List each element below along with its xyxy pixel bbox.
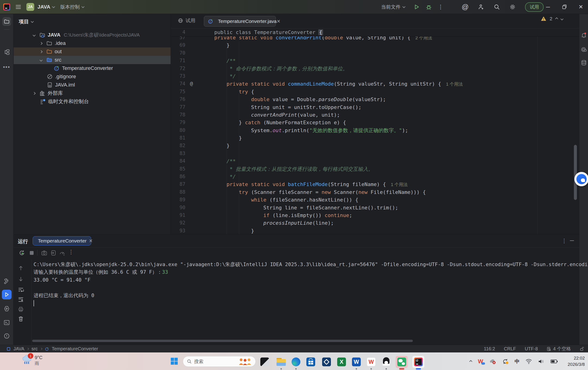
code-text[interactable]: * 批量文件模式：从指定文件逐行读取，每行格式同交互输入。 bbox=[214, 165, 373, 173]
line-ending[interactable]: CRLF bbox=[504, 346, 516, 351]
clear-all-trash-icon[interactable] bbox=[18, 316, 24, 322]
sync-icon[interactable] bbox=[502, 358, 509, 365]
volume-icon[interactable] bbox=[538, 359, 545, 364]
code-text[interactable]: String unit = unitStr.toUpperCase(); bbox=[214, 104, 361, 111]
code-line-90[interactable]: 90 String line = fileScanner.nextLine().… bbox=[171, 204, 579, 211]
code-line-78[interactable]: 78 convertAndPrint(value, unit); bbox=[171, 111, 579, 119]
code-text[interactable]: */ bbox=[214, 173, 236, 180]
code-text[interactable]: } bbox=[214, 134, 242, 142]
code-text[interactable]: /** bbox=[214, 57, 236, 64]
console-horizontal-scrollbar[interactable] bbox=[32, 340, 413, 342]
tree-item-临时文件和控制台[interactable]: 临时文件和控制台 bbox=[14, 97, 170, 106]
more-tools-button[interactable]: ••• bbox=[3, 64, 10, 70]
code-line-82[interactable]: 82 } bbox=[171, 142, 579, 149]
breadcrumb[interactable]: JAVA src TemperatureConverter bbox=[7, 345, 98, 353]
terminal-tool-button[interactable] bbox=[3, 319, 10, 326]
rerun-icon[interactable] bbox=[19, 250, 25, 256]
tree-item-java[interactable]: JAVAC:\Users\朱彦硕\IdeaProjects\JAVA bbox=[14, 31, 170, 39]
run-button-icon[interactable] bbox=[414, 4, 420, 10]
indent-widget[interactable]: 4 个空格 bbox=[546, 346, 571, 352]
code-text[interactable]: double value = Double.parseDouble(valueS… bbox=[214, 95, 386, 103]
tray-chevron-up-icon[interactable] bbox=[469, 360, 472, 363]
services-tool-button[interactable] bbox=[3, 306, 10, 312]
code-text[interactable]: * 命令行参数模式：两个参数，分别为数值和单位。 bbox=[214, 65, 348, 73]
unlocked-icon[interactable] bbox=[580, 346, 584, 351]
code-line-77[interactable]: 77 String unit = unitStr.toUpperCase(); bbox=[171, 104, 579, 111]
crumb-project[interactable]: JAVA bbox=[13, 346, 24, 351]
code-line-81[interactable]: 81 } bbox=[171, 134, 579, 142]
window-minimize-button[interactable]: ─ bbox=[545, 4, 551, 10]
code-text[interactable]: while (fileScanner.hasNextLine()) { bbox=[214, 196, 358, 204]
tree-chevron-icon[interactable] bbox=[40, 42, 42, 45]
stop-icon[interactable] bbox=[29, 250, 35, 256]
structure-tool-button[interactable] bbox=[3, 49, 10, 55]
code-line-80[interactable]: 80 System.out.println("无效的数值参数，请提供正确的数字。… bbox=[171, 127, 579, 134]
code-line-88[interactable]: 88 try (Scanner fileScanner = new Scanne… bbox=[171, 188, 579, 196]
ai-assistant-tool-button[interactable] bbox=[581, 46, 587, 53]
code-text[interactable]: if (line.isEmpty()) continue; bbox=[214, 211, 352, 219]
code-line-71[interactable]: 71 /** bbox=[171, 57, 579, 64]
main-menu-icon[interactable] bbox=[16, 4, 21, 10]
notifications-bell-icon[interactable] bbox=[581, 32, 587, 38]
run-panel-options-icon[interactable]: ⋮ bbox=[561, 238, 567, 244]
code-text[interactable]: try { bbox=[214, 88, 254, 95]
code-text[interactable]: System.out.println("无效的数值参数，请提供正确的数字。"); bbox=[214, 127, 408, 134]
tab-trial[interactable]: 试用 bbox=[178, 17, 195, 24]
build-tool-button[interactable] bbox=[3, 278, 10, 284]
tree-item-src[interactable]: src bbox=[14, 56, 170, 64]
weather-widget[interactable]: 1 9°C 雨 bbox=[21, 355, 42, 367]
taskbar-search[interactable]: 搜索 bbox=[183, 356, 256, 367]
code-text[interactable]: try (Scanner fileScanner = new Scanner(n… bbox=[214, 188, 426, 196]
taskbar-app-edge[interactable] bbox=[290, 356, 302, 368]
project-panel-title[interactable]: 项目 bbox=[19, 18, 33, 25]
prev-problem-icon[interactable] bbox=[555, 17, 558, 20]
taskbar-app-wechat[interactable] bbox=[396, 356, 408, 368]
run-tool-button[interactable] bbox=[2, 290, 11, 299]
console-more-icon[interactable]: ⋮ bbox=[68, 249, 74, 255]
code-text[interactable]: } bbox=[214, 142, 230, 149]
floating-assistant-button[interactable] bbox=[574, 172, 588, 186]
code-text[interactable]: } bbox=[214, 227, 254, 235]
add-user-icon[interactable] bbox=[478, 4, 484, 10]
taskbar-app-excel[interactable]: X bbox=[336, 356, 347, 368]
code-line-69[interactable]: 69 } bbox=[171, 42, 579, 49]
project-tool-button[interactable] bbox=[2, 17, 11, 26]
run-tab-temperatureconverter[interactable]: TemperatureConverter ✕ bbox=[33, 236, 91, 245]
taskbar-app-wps[interactable]: W bbox=[365, 356, 377, 368]
taskbar-app-word[interactable]: W bbox=[350, 356, 362, 368]
scroll-down-icon[interactable] bbox=[18, 276, 24, 282]
code-text[interactable]: public class TemperatureConverter { bbox=[214, 29, 323, 36]
run-panel-title[interactable]: 运行 bbox=[18, 238, 28, 245]
tree-item-out[interactable]: out bbox=[14, 47, 170, 56]
code-line-87[interactable]: 87 private static void batchFileMode(Str… bbox=[171, 180, 579, 188]
thread-dump-camera-icon[interactable] bbox=[41, 250, 47, 256]
debug-button-icon[interactable] bbox=[426, 4, 432, 10]
tree-item-temperatureconverter[interactable]: CTemperatureConverter bbox=[14, 64, 170, 73]
wps-cloud-icon[interactable]: W bbox=[478, 358, 483, 365]
run-config-selector[interactable]: 当前文件 bbox=[381, 4, 400, 10]
caret-position[interactable]: 116:2 bbox=[484, 346, 495, 351]
console-output[interactable]: C:\Users\朱彦硕\.jdks\openjdk-25.0.2\bin\ja… bbox=[33, 261, 588, 299]
settings-gear-icon[interactable] bbox=[509, 4, 516, 10]
editor-scrollbar[interactable] bbox=[574, 145, 577, 200]
scroll-to-end-icon[interactable] bbox=[18, 296, 24, 302]
encoding[interactable]: UTF-8 bbox=[525, 346, 538, 351]
code-text[interactable]: } bbox=[214, 42, 230, 49]
close-tab-icon[interactable]: ✕ bbox=[276, 19, 281, 24]
tree-chevron-icon[interactable] bbox=[40, 59, 42, 62]
crumb-src[interactable]: src bbox=[32, 346, 38, 351]
taskbar-app-night-app[interactable] bbox=[259, 356, 271, 368]
project-widget[interactable]: JA JAVA bbox=[26, 3, 55, 11]
code-line-91[interactable]: 91 if (line.isEmpty()) continue; bbox=[171, 211, 579, 219]
code-line-83[interactable]: 83 bbox=[171, 150, 579, 157]
database-tool-button[interactable] bbox=[581, 60, 587, 66]
ai-assistant-icon[interactable]: @ bbox=[462, 3, 469, 11]
inspections-widget[interactable]: 2 bbox=[541, 16, 563, 21]
code-line-85[interactable]: 85 * 批量文件模式：从指定文件逐行读取，每行格式同交互输入。 bbox=[171, 165, 579, 173]
code-line-92[interactable]: 92 processInputLine(line); bbox=[171, 219, 579, 227]
code-text[interactable]: processInputLine(line); bbox=[214, 219, 334, 227]
code-text[interactable]: private static void commandLineMode(Stri… bbox=[214, 80, 463, 88]
code-text[interactable]: */ bbox=[214, 73, 236, 80]
code-text[interactable]: /** bbox=[214, 157, 236, 165]
tab-temperatureconverter-java[interactable]: C TemperatureConverter.java ✕ bbox=[204, 16, 276, 27]
